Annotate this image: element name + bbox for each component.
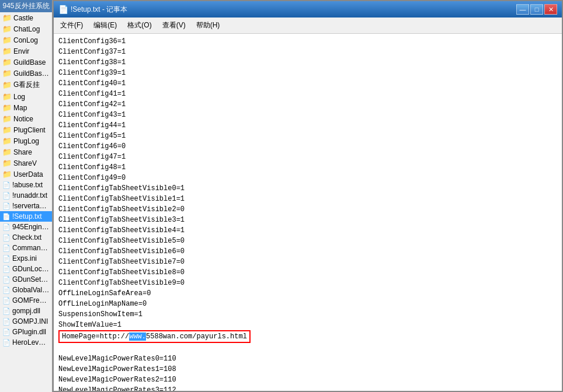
menu-item[interactable]: 格式(O): [123, 19, 155, 32]
close-button[interactable]: ✕: [544, 4, 557, 15]
file-item[interactable]: 📁Share: [0, 146, 52, 158]
folder-icon: 📁: [2, 13, 12, 22]
file-item[interactable]: 📁Castle: [0, 12, 52, 23]
file-label: ConLog: [13, 36, 38, 44]
file-item[interactable]: 📄!Setup.txt: [0, 211, 52, 222]
file-icon: 📄: [2, 265, 11, 273]
file-label: Castle: [13, 14, 33, 22]
text-line: SuspensionShowItem=1: [58, 309, 557, 320]
file-label: Command.ini: [12, 244, 50, 252]
file-item[interactable]: 📄Exps.ini: [0, 253, 52, 264]
file-item[interactable]: 📄GlobalVal.ini: [0, 285, 52, 295]
notepad-window: 📄 !Setup.txt - 记事本 — □ ✕ 文件(F)编辑(E)格式(O)…: [53, 0, 563, 392]
text-line: OffLineLoginSafeArea=0: [58, 288, 557, 299]
text-line: ClientConfig38=1: [58, 57, 557, 68]
file-label: ShareV: [13, 159, 37, 167]
file-item[interactable]: 📄HeroLevelAbi: [0, 337, 52, 348]
file-item[interactable]: 📁GuildBase.ba: [0, 68, 52, 79]
file-label: GDunLocal.ini: [12, 265, 50, 273]
file-item[interactable]: 📄GDunSetup.ini: [0, 274, 52, 285]
file-item[interactable]: 📁Log: [0, 91, 52, 102]
url-highlight-box: HomePage=http://www.5588wan.com/payurls.…: [58, 330, 251, 343]
file-icon: 📄: [2, 192, 11, 200]
text-line: ClientConfig45=1: [58, 131, 557, 141]
file-item[interactable]: 📁ShareV: [0, 158, 52, 169]
text-line: ClientConfig43=1: [58, 110, 557, 120]
file-label: !runaddr.txt: [12, 191, 47, 200]
file-label: !servertable.: [12, 202, 50, 210]
file-item[interactable]: 📄Check.txt: [0, 232, 52, 243]
file-icon: 📄: [2, 297, 11, 304]
file-label: 945Engine.dll: [12, 223, 50, 231]
text-line: ShowItemValue=1: [58, 320, 557, 330]
file-item[interactable]: 📁PlugClient: [0, 124, 52, 135]
maximize-button[interactable]: □: [530, 4, 543, 15]
menu-item[interactable]: 帮助(H): [192, 19, 224, 32]
file-item[interactable]: 📁Envir: [0, 46, 52, 57]
file-item[interactable]: 📄GOMPJ.INI: [0, 316, 52, 327]
file-icon: 📄: [2, 234, 11, 242]
url-prefix: HomePage=http://: [62, 332, 129, 341]
file-icon: 📄: [2, 286, 11, 294]
file-label: Exps.ini: [12, 254, 37, 262]
folder-icon: 📁: [2, 36, 12, 44]
text-line: ClientConfig46=0: [58, 141, 557, 152]
file-item[interactable]: 📁UserData: [0, 169, 52, 180]
file-item[interactable]: 📁Notice: [0, 113, 52, 124]
file-item[interactable]: 📁GuildBase: [0, 57, 52, 68]
file-icon: 📄: [2, 202, 11, 210]
folder-icon: 📁: [2, 103, 12, 112]
file-label: GuildBase.ba: [13, 69, 50, 78]
title-bar: 📄 !Setup.txt - 记事本 — □ ✕: [54, 1, 562, 18]
menu-item[interactable]: 文件(F): [56, 19, 87, 32]
file-label: GOMPJ.INI: [12, 317, 48, 326]
folder-icon: 📁: [2, 80, 12, 89]
file-item[interactable]: 📄GDunLocal.ini: [0, 264, 52, 274]
file-item[interactable]: 📁G看反挂: [0, 79, 52, 91]
menu-bar: 文件(F)编辑(E)格式(O)查看(V)帮助(H): [54, 18, 562, 34]
file-item[interactable]: 📄GOMFree.ini: [0, 295, 52, 306]
folder-icon: 📁: [2, 92, 12, 101]
file-label: G看反挂: [13, 80, 40, 90]
menu-item[interactable]: 查看(V): [158, 19, 190, 32]
text-line: NewLevelMagicPowerRates2=110: [58, 374, 557, 385]
file-item[interactable]: 📄!runaddr.txt: [0, 190, 52, 201]
file-item[interactable]: 📄gompj.dll: [0, 306, 52, 316]
file-item[interactable]: 📁ConLog: [0, 34, 52, 46]
text-line: ClientConfig42=1: [58, 99, 557, 110]
window-controls: — □ ✕: [516, 4, 557, 15]
text-content: ClientConfig36=1ClientConfig37=1ClientCo…: [54, 34, 562, 391]
folder-icon: 📁: [2, 170, 12, 178]
minimize-button[interactable]: —: [516, 4, 529, 15]
folder-icon: 📁: [2, 47, 12, 55]
title-text: !Setup.txt - 记事本: [71, 5, 127, 15]
file-item[interactable]: 📁PlugLog: [0, 135, 52, 146]
file-item[interactable]: 📄GPlugin.dll: [0, 327, 52, 337]
text-line: ClientConfigTabSheetVisible1=1: [58, 194, 557, 204]
file-item[interactable]: 📁Map: [0, 102, 52, 113]
file-label: GuildBase: [13, 58, 46, 66]
text-line: ClientConfig49=0: [58, 173, 557, 183]
file-item[interactable]: 📄!servertable.: [0, 201, 52, 211]
file-icon: 📄: [2, 318, 11, 326]
file-item[interactable]: 📄Command.ini: [0, 243, 52, 253]
file-label: PlugLog: [13, 137, 39, 145]
text-line: NewLevelMagicPowerRates0=110: [58, 354, 557, 364]
text-line: NewLevelMagicPowerRates1=108: [58, 364, 557, 374]
file-label: !abuse.txt: [12, 181, 43, 189]
file-item[interactable]: 📁ChatLog: [0, 23, 52, 34]
file-label: gompj.dll: [12, 307, 40, 315]
text-line: ClientConfigTabSheetVisible7=0: [58, 257, 557, 267]
text-line: ClientConfigTabSheetVisible2=0: [58, 204, 557, 215]
file-explorer[interactable]: 945反外挂系统 📁Castle📁ChatLog📁ConLog📁Envir📁Gu…: [0, 0, 53, 392]
folder-icon: 📁: [2, 24, 12, 33]
text-line: ClientConfigTabSheetVisible6=0: [58, 246, 557, 257]
text-line: ClientConfig36=1: [58, 36, 557, 47]
file-label: Notice: [13, 115, 33, 123]
text-line: ClientConfigTabSheetVisible4=1: [58, 225, 557, 236]
text-editor[interactable]: ClientConfig36=1ClientConfig37=1ClientCo…: [54, 34, 562, 391]
file-item[interactable]: 📄!abuse.txt: [0, 180, 52, 190]
file-item[interactable]: 📄945Engine.dll: [0, 222, 52, 232]
menu-item[interactable]: 编辑(E): [89, 19, 121, 32]
text-line: ClientConfig48=1: [58, 162, 557, 173]
